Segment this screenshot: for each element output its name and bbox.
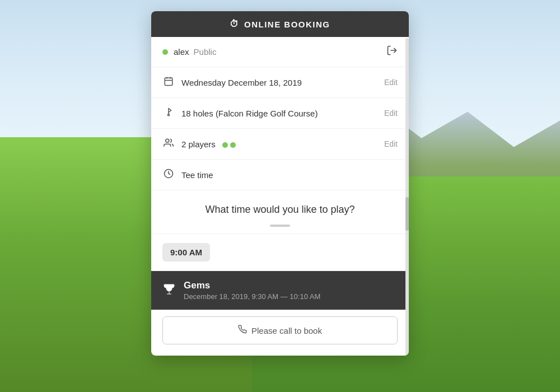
svg-point-7 — [166, 139, 169, 142]
holes-value: 18 holes (Falcon Ridge Golf Course) — [181, 109, 384, 118]
panel-body: alex Public Wednesday December — [151, 37, 409, 344]
players-row: 2 players Edit — [151, 129, 409, 160]
tee-time-row: Tee time — [151, 160, 409, 190]
phone-icon — [238, 325, 247, 336]
user-visibility: Public — [194, 47, 217, 57]
user-row: alex Public — [151, 37, 409, 67]
date-value: Wednesday December 18, 2019 — [181, 78, 384, 87]
tee-time-icon — [162, 169, 175, 181]
calendar-icon — [162, 76, 175, 88]
booking-card-subtitle: December 18, 2019, 9:30 AM — 10:10 AM — [184, 292, 398, 301]
panel-title: ONLINE BOOKING — [244, 20, 330, 29]
holes-row: 18 holes (Falcon Ridge Golf Course) Edit — [151, 98, 409, 129]
clock-icon: ⏱ — [230, 19, 240, 29]
question-text: What time would you like to play? — [162, 204, 398, 216]
svg-point-5 — [168, 114, 170, 116]
players-value: 2 players — [181, 139, 384, 149]
trophy-icon — [162, 282, 176, 299]
player-dot-1 — [222, 142, 228, 148]
players-icon — [162, 138, 175, 150]
player-dot-2 — [230, 142, 236, 148]
time-chip[interactable]: 9:00 AM — [162, 243, 210, 262]
panel-header: ⏱ ONLINE BOOKING — [151, 11, 409, 37]
player-dots — [222, 142, 236, 148]
scrollbar[interactable] — [405, 38, 409, 356]
booking-panel: ⏱ ONLINE BOOKING alex Public — [151, 11, 409, 356]
booking-card-info: Gems December 18, 2019, 9:30 AM — 10:10 … — [184, 280, 398, 301]
players-edit-button[interactable]: Edit — [384, 139, 398, 148]
question-section: What time would you like to play? — [151, 190, 409, 234]
tee-time-label: Tee time — [181, 170, 398, 180]
date-row: Wednesday December 18, 2019 Edit — [151, 67, 409, 98]
scrollbar-thumb[interactable] — [405, 197, 409, 231]
user-online-dot — [162, 49, 168, 55]
call-to-book-button[interactable]: Please call to book — [162, 316, 398, 344]
logout-icon[interactable] — [386, 45, 398, 59]
booking-card-title: Gems — [184, 280, 398, 291]
svg-rect-1 — [165, 78, 172, 86]
booking-card[interactable]: Gems December 18, 2019, 9:30 AM — 10:10 … — [151, 271, 409, 310]
holes-edit-button[interactable]: Edit — [384, 109, 398, 118]
date-edit-button[interactable]: Edit — [384, 78, 398, 87]
call-button-label: Please call to book — [251, 326, 322, 335]
drag-handle — [270, 225, 290, 227]
golf-icon — [162, 107, 175, 119]
username: alex — [174, 47, 189, 57]
time-filter-section: 9:00 AM — [151, 234, 409, 271]
